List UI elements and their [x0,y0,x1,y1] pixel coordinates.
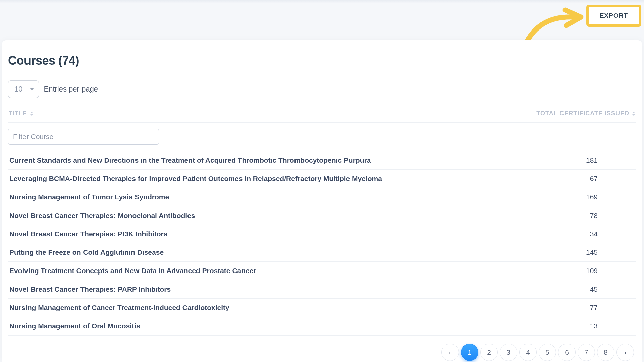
row-count: 181 [586,156,635,164]
pagination-page-5[interactable]: 5 [539,344,556,361]
pagination-prev[interactable]: ‹ [441,344,459,361]
table-row[interactable]: Putting the Freeze on Cold Agglutinin Di… [8,243,636,262]
table-body: Current Standards and New Directions in … [8,151,636,336]
export-button[interactable]: EXPORT [589,7,639,24]
courses-card: Courses (74) 10 Entries per page TITLE T… [2,40,642,362]
row-count: 109 [586,267,635,275]
row-title: Nursing Management of Tumor Lysis Syndro… [9,193,169,201]
row-title: Current Standards and New Directions in … [9,156,371,164]
entries-value: 10 [14,85,22,94]
row-count: 77 [590,304,635,312]
page-title: Courses (74) [8,54,636,68]
column-title-text: TITLE [9,110,27,117]
row-count: 34 [590,230,635,238]
pagination-page-6[interactable]: 6 [558,344,576,361]
table-row[interactable]: Nursing Management of Tumor Lysis Syndro… [8,188,636,206]
table-row[interactable]: Current Standards and New Directions in … [8,151,636,170]
row-count: 145 [586,248,635,256]
row-title: Nursing Management of Oral Mucositis [9,322,140,330]
pagination: ‹12345678› [8,344,636,361]
entries-label: Entries per page [44,85,98,94]
pagination-page-2[interactable]: 2 [480,344,498,361]
table-row[interactable]: Leveraging BCMA-Directed Therapies for I… [8,170,636,188]
table-header: TITLE TOTAL CERTIFICATE ISSUED [8,108,636,123]
table-row[interactable]: Novel Breast Cancer Therapies: Monoclona… [8,206,636,225]
row-title: Evolving Treatment Concepts and New Data… [9,267,256,275]
sort-icon [30,112,33,116]
chevron-down-icon [30,88,34,90]
row-title: Nursing Management of Cancer Treatment-I… [9,304,229,312]
export-highlight: EXPORT [586,5,641,27]
table-row[interactable]: Novel Breast Cancer Therapies: PARP Inhi… [8,280,636,299]
sort-icon [632,112,635,116]
table-row[interactable]: Nursing Management of Oral Mucositis13 [8,317,636,336]
row-count: 67 [590,175,635,183]
pagination-page-4[interactable]: 4 [519,344,537,361]
table-row[interactable]: Novel Breast Cancer Therapies: PI3K Inhi… [8,225,636,243]
pagination-next[interactable]: › [616,344,634,361]
row-title: Novel Breast Cancer Therapies: PARP Inhi… [9,285,171,293]
row-count: 45 [590,285,635,293]
column-header-title[interactable]: TITLE [9,110,33,117]
pagination-page-1[interactable]: 1 [461,344,478,361]
pagination-page-8[interactable]: 8 [597,344,614,361]
entries-select[interactable]: 10 [8,80,39,98]
header-strip [0,0,644,3]
row-title: Novel Breast Cancer Therapies: PI3K Inhi… [9,230,167,238]
pagination-page-3[interactable]: 3 [500,344,517,361]
column-count-text: TOTAL CERTIFICATE ISSUED [536,110,629,117]
row-count: 78 [590,212,635,220]
row-title: Putting the Freeze on Cold Agglutinin Di… [9,248,164,256]
column-header-count[interactable]: TOTAL CERTIFICATE ISSUED [536,110,635,117]
filter-course-input[interactable] [8,129,159,145]
row-count: 169 [586,193,635,201]
row-title: Novel Breast Cancer Therapies: Monoclona… [9,212,195,220]
row-title: Leveraging BCMA-Directed Therapies for I… [9,175,382,183]
table-row[interactable]: Nursing Management of Cancer Treatment-I… [8,299,636,317]
row-count: 13 [590,322,635,330]
table-row[interactable]: Evolving Treatment Concepts and New Data… [8,262,636,280]
entries-per-page-control: 10 Entries per page [8,80,636,98]
pagination-page-7[interactable]: 7 [578,344,595,361]
filter-row [8,123,636,151]
